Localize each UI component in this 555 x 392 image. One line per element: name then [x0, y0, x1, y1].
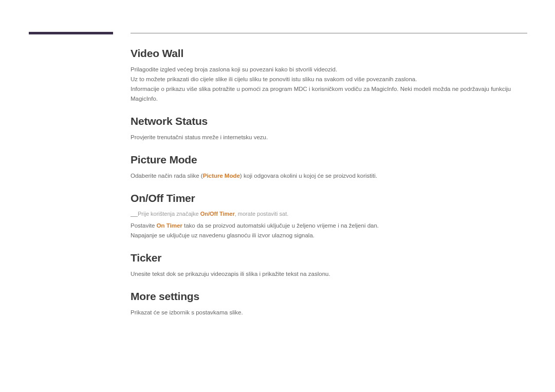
note-text-b: , morate postaviti sat.: [235, 211, 289, 217]
p1b: tako da se proizvod automatski uključuje…: [182, 222, 379, 229]
video-wall-p3: Informacije o prikazu više slika potraži…: [131, 84, 527, 104]
top-accent-bar: [29, 32, 113, 34]
video-wall-p1: Prilagodite izgled većeg broja zaslona k…: [131, 65, 527, 74]
on-off-timer-note: ― Prije korištenja značajke On/Off Timer…: [131, 210, 527, 218]
ticker-p1: Unesite tekst dok se prikazuju videozapi…: [131, 269, 527, 279]
on-off-timer-p1: Postavite On Timer tako da se proizvod a…: [131, 221, 527, 231]
section-picture-mode: Picture Mode Odaberite način rada slike …: [131, 154, 527, 181]
main-content: Video Wall Prilagodite izgled većeg broj…: [131, 47, 527, 329]
heading-video-wall: Video Wall: [131, 47, 527, 60]
picture-mode-p1a: Odaberite način rada slike (: [131, 173, 203, 179]
on-timer-em: On Timer: [157, 222, 182, 229]
heading-network-status: Network Status: [131, 115, 527, 127]
note-text-a: Prije korištenja značajke: [138, 211, 200, 217]
video-wall-p2: Uz to možete prikazati dio cijele slike …: [131, 74, 527, 84]
p1a: Postavite: [131, 222, 157, 229]
heading-more-settings: More settings: [131, 290, 527, 303]
section-on-off-timer: On/Off Timer ― Prije korištenja značajke…: [131, 192, 527, 240]
picture-mode-em: Picture Mode: [203, 173, 240, 179]
heading-on-off-timer: On/Off Timer: [131, 192, 527, 204]
top-horizontal-rule: [131, 33, 527, 33]
section-ticker: Ticker Unesite tekst dok se prikazuju vi…: [131, 252, 527, 279]
picture-mode-p1: Odaberite način rada slike (Picture Mode…: [131, 171, 527, 181]
more-settings-p1: Prikazat će se izbornik s postavkama sli…: [131, 308, 527, 318]
heading-picture-mode: Picture Mode: [131, 154, 527, 166]
section-more-settings: More settings Prikazat će se izbornik s …: [131, 290, 527, 318]
on-off-timer-p2: Napajanje se uključuje uz navedenu glasn…: [131, 231, 527, 240]
section-video-wall: Video Wall Prilagodite izgled većeg broj…: [131, 47, 527, 104]
heading-ticker: Ticker: [131, 252, 527, 264]
picture-mode-p1b: ) koji odgovara okolini u kojoj će se pr…: [240, 173, 377, 179]
note-dash-icon: ―: [131, 211, 138, 221]
note-em: On/Off Timer: [200, 211, 235, 217]
network-status-p1: Provjerite trenutačni status mreže i int…: [131, 133, 527, 142]
section-network-status: Network Status Provjerite trenutačni sta…: [131, 115, 527, 142]
